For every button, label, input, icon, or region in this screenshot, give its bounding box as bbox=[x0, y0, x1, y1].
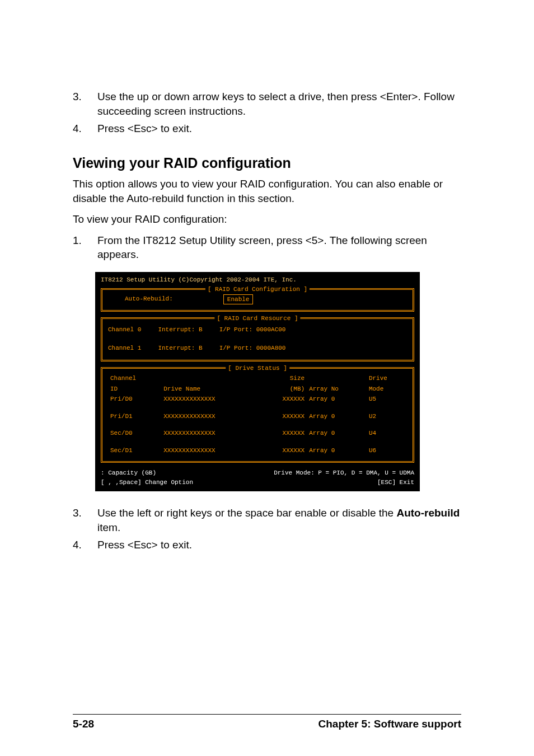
col-drive-name bbox=[161, 373, 260, 384]
instruction-list-c: 3. Use the left or right keys or the spa… bbox=[73, 506, 461, 552]
esc-exit-hint: [ESC] Exit bbox=[377, 478, 414, 487]
resource-row: Channel 0 Interrupt: B I/P Port: 0000AC0… bbox=[108, 325, 407, 335]
terminal-footer-row: [ , ,Space] Change Option [ESC] Exit bbox=[101, 478, 414, 487]
capacity-hint: : Capacity (GB) bbox=[101, 468, 156, 478]
chapter-title: Chapter 5: Software support bbox=[318, 718, 461, 730]
auto-rebuild-row: Auto-Rebuild: Enable bbox=[108, 294, 407, 305]
instruction-list-a: 3. Use the up or down arrow keys to sele… bbox=[73, 90, 461, 136]
terminal-footer-row: : Capacity (GB) Drive Mode: P = PIO, D =… bbox=[101, 468, 414, 478]
table-row: Sec/D0 XXXXXXXXXXXXXX XXXXXX Array 0 U4 bbox=[108, 428, 407, 439]
text: Use the left or right keys or the space … bbox=[97, 507, 396, 519]
raid-card-resource-box: [ RAID Card Resource ] Channel 0 Interru… bbox=[101, 317, 414, 361]
cell-name: XXXXXXXXXXXXXX bbox=[161, 411, 260, 422]
drive-mode-legend: Drive Mode: P = PIO, D = DMA, U = UDMA bbox=[274, 468, 414, 478]
box-title: [ RAID Card Configuration ] bbox=[205, 285, 310, 294]
col-channel-id: ID bbox=[108, 384, 161, 395]
cell-mode: U2 bbox=[367, 411, 407, 422]
col-drive-mode: Drive bbox=[367, 373, 407, 384]
text: Press <Esc> to exit. bbox=[97, 539, 192, 551]
terminal-title: IT8212 Setup Utility (C)Copyright 2002-2… bbox=[101, 275, 414, 285]
port-label: I/P Port: 0000AC00 bbox=[219, 325, 286, 335]
change-option-hint: [ , ,Space] Change Option bbox=[101, 478, 193, 487]
terminal-screenshot: IT8212 Setup Utility (C)Copyright 2002-2… bbox=[95, 272, 420, 491]
list-item: 3. Use the up or down arrow keys to sele… bbox=[73, 90, 461, 118]
cell-mode: U6 bbox=[367, 445, 407, 456]
cell-array: Array 0 bbox=[307, 394, 367, 405]
cell-name: XXXXXXXXXXXXXX bbox=[161, 445, 260, 456]
cell-name: XXXXXXXXXXXXXX bbox=[161, 428, 260, 439]
col-size: (MB) bbox=[260, 384, 307, 395]
cell-size: XXXXXX bbox=[260, 428, 307, 439]
cell-array: Array 0 bbox=[307, 428, 367, 439]
col-drive-name: Drive Name bbox=[161, 384, 260, 395]
table-header-row: ID Drive Name (MB) Array No Mode bbox=[108, 384, 407, 395]
cell-size: XXXXXX bbox=[260, 394, 307, 405]
table-row: Pri/D1 XXXXXXXXXXXXXX XXXXXX Array 0 U2 bbox=[108, 411, 407, 422]
section-heading: Viewing your RAID configuration bbox=[73, 155, 461, 171]
list-number: 3. bbox=[73, 90, 84, 118]
list-number: 4. bbox=[73, 121, 84, 136]
cell-id: Sec/D1 bbox=[108, 445, 161, 456]
list-text: Use the left or right keys or the space … bbox=[97, 506, 461, 534]
col-array-no bbox=[307, 373, 367, 384]
list-item: 1. From the IT8212 Setup Utility screen,… bbox=[73, 233, 461, 262]
cell-id: Pri/D0 bbox=[108, 394, 161, 405]
list-item: 3. Use the left or right keys or the spa… bbox=[73, 506, 461, 534]
page-number: 5-28 bbox=[73, 718, 94, 730]
table-header-row: Channel Size Drive bbox=[108, 373, 407, 384]
drive-status-table: Channel Size Drive ID Drive Name (MB) Ar… bbox=[108, 373, 407, 456]
col-size: Size bbox=[260, 373, 307, 384]
channel-label: Channel 1 bbox=[108, 344, 141, 353]
auto-rebuild-value[interactable]: Enable bbox=[223, 294, 254, 305]
col-drive-mode: Mode bbox=[367, 384, 407, 395]
interrupt-label: Interrupt: B bbox=[158, 325, 202, 335]
instruction-list-b: 1. From the IT8212 Setup Utility screen,… bbox=[73, 233, 461, 262]
cell-mode: U5 bbox=[367, 394, 407, 405]
auto-rebuild-term: Auto-rebuild bbox=[396, 507, 460, 519]
list-item: 4. Press <Esc> to exit. bbox=[73, 538, 461, 552]
interrupt-label: Interrupt: B bbox=[158, 344, 202, 353]
port-label: I/P Port: 0000A800 bbox=[219, 344, 286, 353]
table-row: Sec/D1 XXXXXXXXXXXXXX XXXXXX Array 0 U6 bbox=[108, 445, 407, 456]
drive-status-box: [ Drive Status ] Channel Size Drive ID D… bbox=[101, 367, 414, 463]
list-number: 1. bbox=[73, 233, 84, 262]
page: 3. Use the up or down arrow keys to sele… bbox=[0, 0, 534, 756]
list-text: Press <Esc> to exit. bbox=[97, 538, 192, 552]
list-text: Press <Esc> to exit. bbox=[97, 121, 192, 136]
cell-size: XXXXXX bbox=[260, 411, 307, 422]
resource-row: Channel 1 Interrupt: B I/P Port: 0000A80… bbox=[108, 344, 407, 353]
cell-size: XXXXXX bbox=[260, 445, 307, 456]
list-text: Use the up or down arrow keys to select … bbox=[97, 90, 461, 118]
col-channel-id: Channel bbox=[108, 373, 161, 384]
cell-name: XXXXXXXXXXXXXX bbox=[161, 394, 260, 405]
footer-rule bbox=[73, 714, 461, 715]
cell-array: Array 0 bbox=[307, 411, 367, 422]
auto-rebuild-label: Auto-Rebuild: bbox=[125, 294, 173, 305]
cell-mode: U4 bbox=[367, 428, 407, 439]
channel-label: Channel 0 bbox=[108, 325, 141, 335]
page-footer: 5-28 Chapter 5: Software support bbox=[73, 714, 461, 730]
cell-array: Array 0 bbox=[307, 445, 367, 456]
list-number: 3. bbox=[73, 506, 84, 534]
cell-id: Sec/D0 bbox=[108, 428, 161, 439]
table-row: Pri/D0 XXXXXXXXXXXXXX XXXXXX Array 0 U5 bbox=[108, 394, 407, 405]
list-text: From the IT8212 Setup Utility screen, pr… bbox=[97, 233, 461, 262]
list-item: 4. Press <Esc> to exit. bbox=[73, 121, 461, 136]
list-number: 4. bbox=[73, 538, 84, 552]
section-paragraph: To view your RAID configuration: bbox=[73, 212, 461, 227]
box-title: [ Drive Status ] bbox=[226, 364, 289, 373]
section-paragraph: This option allows you to view your RAID… bbox=[73, 177, 461, 205]
box-title: [ RAID Card Resource ] bbox=[214, 314, 300, 323]
text: item. bbox=[97, 522, 120, 533]
cell-id: Pri/D1 bbox=[108, 411, 161, 422]
raid-card-configuration-box: [ RAID Card Configuration ] Auto-Rebuild… bbox=[101, 288, 414, 312]
col-array-no: Array No bbox=[307, 384, 367, 395]
